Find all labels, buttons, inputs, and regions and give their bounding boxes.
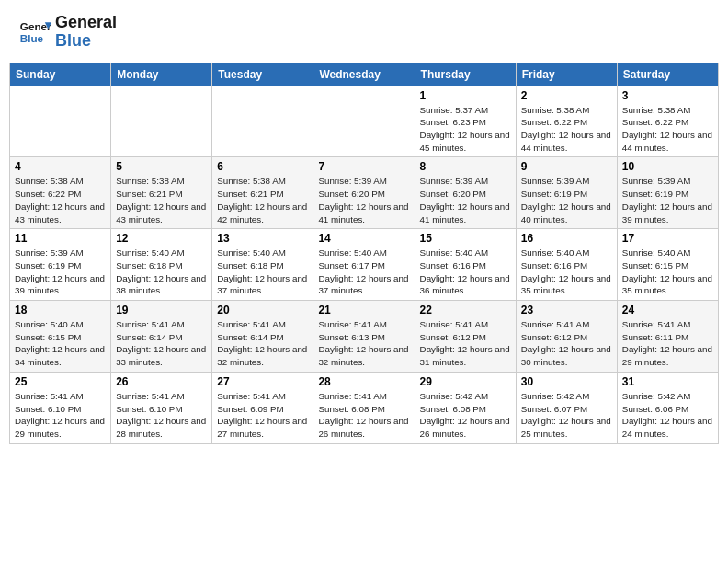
calendar-cell: 1Sunrise: 5:37 AM Sunset: 6:23 PM Daylig… (415, 86, 516, 157)
calendar-cell: 21Sunrise: 5:41 AM Sunset: 6:13 PM Dayli… (313, 301, 415, 373)
day-info: Sunrise: 5:40 AM Sunset: 6:16 PM Dayligh… (521, 247, 612, 297)
day-info: Sunrise: 5:39 AM Sunset: 6:19 PM Dayligh… (521, 175, 612, 225)
day-number: 6 (217, 160, 308, 173)
day-of-week-header: Wednesday (313, 63, 415, 86)
day-number: 26 (116, 375, 207, 388)
calendar-cell: 24Sunrise: 5:41 AM Sunset: 6:11 PM Dayli… (617, 301, 718, 373)
day-info: Sunrise: 5:40 AM Sunset: 6:17 PM Dayligh… (318, 247, 409, 297)
calendar-cell (10, 86, 111, 157)
calendar-week-row: 1Sunrise: 5:37 AM Sunset: 6:23 PM Daylig… (10, 86, 719, 157)
svg-text:Blue: Blue (20, 32, 44, 44)
day-info: Sunrise: 5:40 AM Sunset: 6:18 PM Dayligh… (217, 247, 308, 297)
calendar-cell: 9Sunrise: 5:39 AM Sunset: 6:19 PM Daylig… (516, 157, 617, 229)
day-info: Sunrise: 5:41 AM Sunset: 6:12 PM Dayligh… (521, 318, 612, 369)
day-info: Sunrise: 5:39 AM Sunset: 6:20 PM Dayligh… (420, 175, 511, 225)
day-info: Sunrise: 5:41 AM Sunset: 6:14 PM Dayligh… (217, 318, 308, 369)
day-info: Sunrise: 5:39 AM Sunset: 6:19 PM Dayligh… (15, 247, 106, 297)
day-info: Sunrise: 5:40 AM Sunset: 6:15 PM Dayligh… (622, 247, 713, 297)
logo-text: General Blue (55, 14, 117, 51)
day-number: 18 (15, 304, 106, 316)
calendar-header-row: SundayMondayTuesdayWednesdayThursdayFrid… (10, 63, 719, 86)
calendar-cell: 7Sunrise: 5:39 AM Sunset: 6:20 PM Daylig… (313, 157, 415, 229)
calendar-cell: 17Sunrise: 5:40 AM Sunset: 6:15 PM Dayli… (617, 229, 718, 301)
calendar-cell: 23Sunrise: 5:41 AM Sunset: 6:12 PM Dayli… (516, 301, 617, 373)
calendar-cell: 18Sunrise: 5:40 AM Sunset: 6:15 PM Dayli… (10, 301, 111, 373)
day-number: 8 (420, 160, 511, 173)
day-info: Sunrise: 5:40 AM Sunset: 6:15 PM Dayligh… (15, 318, 106, 369)
day-of-week-header: Sunday (10, 63, 111, 86)
calendar-cell: 6Sunrise: 5:38 AM Sunset: 6:21 PM Daylig… (212, 157, 313, 229)
calendar-cell: 10Sunrise: 5:39 AM Sunset: 6:19 PM Dayli… (617, 157, 718, 229)
calendar-week-row: 11Sunrise: 5:39 AM Sunset: 6:19 PM Dayli… (10, 229, 719, 301)
day-number: 3 (622, 89, 713, 102)
calendar-cell: 20Sunrise: 5:41 AM Sunset: 6:14 PM Dayli… (212, 301, 313, 373)
day-info: Sunrise: 5:42 AM Sunset: 6:06 PM Dayligh… (622, 390, 713, 441)
calendar-cell: 29Sunrise: 5:42 AM Sunset: 6:08 PM Dayli… (415, 372, 516, 443)
day-number: 15 (420, 232, 511, 245)
day-info: Sunrise: 5:40 AM Sunset: 6:16 PM Dayligh… (420, 247, 511, 297)
calendar-cell (111, 86, 212, 157)
day-info: Sunrise: 5:38 AM Sunset: 6:22 PM Dayligh… (622, 104, 713, 155)
calendar-cell: 25Sunrise: 5:41 AM Sunset: 6:10 PM Dayli… (10, 372, 111, 443)
day-of-week-header: Monday (111, 63, 212, 86)
calendar-cell: 14Sunrise: 5:40 AM Sunset: 6:17 PM Dayli… (313, 229, 415, 301)
day-number: 29 (420, 375, 511, 388)
day-number: 5 (116, 160, 207, 173)
day-of-week-header: Thursday (415, 63, 516, 86)
day-info: Sunrise: 5:41 AM Sunset: 6:11 PM Dayligh… (622, 318, 713, 369)
calendar-cell (212, 86, 313, 157)
day-number: 31 (622, 375, 713, 388)
calendar-cell: 3Sunrise: 5:38 AM Sunset: 6:22 PM Daylig… (617, 86, 718, 157)
calendar-cell: 12Sunrise: 5:40 AM Sunset: 6:18 PM Dayli… (111, 229, 212, 301)
logo: General Blue General Blue (18, 14, 117, 51)
calendar-cell: 22Sunrise: 5:41 AM Sunset: 6:12 PM Dayli… (415, 301, 516, 373)
day-number: 7 (318, 160, 409, 173)
day-info: Sunrise: 5:39 AM Sunset: 6:20 PM Dayligh… (318, 175, 409, 225)
day-number: 10 (622, 160, 713, 173)
calendar-cell: 2Sunrise: 5:38 AM Sunset: 6:22 PM Daylig… (516, 86, 617, 157)
calendar-cell: 13Sunrise: 5:40 AM Sunset: 6:18 PM Dayli… (212, 229, 313, 301)
day-number: 11 (15, 232, 106, 245)
day-info: Sunrise: 5:41 AM Sunset: 6:10 PM Dayligh… (15, 390, 106, 441)
calendar-cell: 8Sunrise: 5:39 AM Sunset: 6:20 PM Daylig… (415, 157, 516, 229)
day-info: Sunrise: 5:40 AM Sunset: 6:18 PM Dayligh… (116, 247, 207, 297)
day-number: 17 (622, 232, 713, 245)
calendar-cell: 4Sunrise: 5:38 AM Sunset: 6:22 PM Daylig… (10, 157, 111, 229)
day-info: Sunrise: 5:41 AM Sunset: 6:12 PM Dayligh… (420, 318, 511, 369)
calendar-cell: 30Sunrise: 5:42 AM Sunset: 6:07 PM Dayli… (516, 372, 617, 443)
calendar-cell: 28Sunrise: 5:41 AM Sunset: 6:08 PM Dayli… (313, 372, 415, 443)
day-info: Sunrise: 5:42 AM Sunset: 6:08 PM Dayligh… (420, 390, 511, 441)
day-info: Sunrise: 5:37 AM Sunset: 6:23 PM Dayligh… (420, 104, 511, 155)
calendar-cell: 19Sunrise: 5:41 AM Sunset: 6:14 PM Dayli… (111, 301, 212, 373)
calendar-cell: 26Sunrise: 5:41 AM Sunset: 6:10 PM Dayli… (111, 372, 212, 443)
calendar-cell: 15Sunrise: 5:40 AM Sunset: 6:16 PM Dayli… (415, 229, 516, 301)
day-number: 19 (116, 304, 207, 316)
day-number: 2 (521, 89, 612, 102)
day-number: 21 (318, 304, 409, 316)
day-of-week-header: Friday (516, 63, 617, 86)
day-of-week-header: Saturday (617, 63, 718, 86)
calendar-week-row: 18Sunrise: 5:40 AM Sunset: 6:15 PM Dayli… (10, 301, 719, 373)
calendar-table: SundayMondayTuesdayWednesdayThursdayFrid… (9, 63, 719, 444)
day-info: Sunrise: 5:41 AM Sunset: 6:08 PM Dayligh… (318, 390, 409, 441)
day-number: 9 (521, 160, 612, 173)
day-info: Sunrise: 5:38 AM Sunset: 6:21 PM Dayligh… (217, 175, 308, 225)
day-info: Sunrise: 5:41 AM Sunset: 6:14 PM Dayligh… (116, 318, 207, 369)
calendar-cell: 16Sunrise: 5:40 AM Sunset: 6:16 PM Dayli… (516, 229, 617, 301)
logo-icon: General Blue (18, 16, 51, 49)
day-number: 28 (318, 375, 409, 388)
day-of-week-header: Tuesday (212, 63, 313, 86)
calendar-cell: 5Sunrise: 5:38 AM Sunset: 6:21 PM Daylig… (111, 157, 212, 229)
calendar-cell: 31Sunrise: 5:42 AM Sunset: 6:06 PM Dayli… (617, 372, 718, 443)
calendar-week-row: 25Sunrise: 5:41 AM Sunset: 6:10 PM Dayli… (10, 372, 719, 443)
day-number: 24 (622, 304, 713, 316)
day-number: 16 (521, 232, 612, 245)
day-info: Sunrise: 5:38 AM Sunset: 6:21 PM Dayligh… (116, 175, 207, 225)
day-info: Sunrise: 5:41 AM Sunset: 6:10 PM Dayligh… (116, 390, 207, 441)
svg-text:General: General (20, 20, 51, 32)
day-number: 14 (318, 232, 409, 245)
day-info: Sunrise: 5:41 AM Sunset: 6:09 PM Dayligh… (217, 390, 308, 441)
calendar-cell: 11Sunrise: 5:39 AM Sunset: 6:19 PM Dayli… (10, 229, 111, 301)
day-number: 1 (420, 89, 511, 102)
day-number: 22 (420, 304, 511, 316)
